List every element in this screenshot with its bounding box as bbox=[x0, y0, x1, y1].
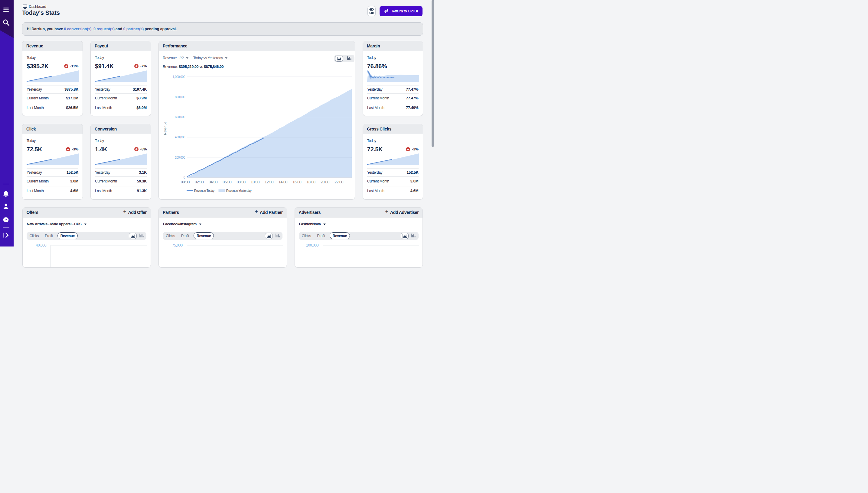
svg-text:20:00: 20:00 bbox=[321, 180, 330, 184]
svg-text:0: 0 bbox=[184, 176, 185, 179]
svg-text:Revenue Today: Revenue Today bbox=[194, 189, 215, 192]
svg-text:22:00: 22:00 bbox=[335, 180, 344, 184]
svg-text:1,000,000: 1,000,000 bbox=[173, 75, 185, 79]
svg-text:18:00: 18:00 bbox=[306, 180, 316, 184]
svg-text:06:00: 06:00 bbox=[223, 180, 232, 184]
svg-text:Revenue: Revenue bbox=[163, 122, 167, 135]
svg-text:08:00: 08:00 bbox=[237, 180, 246, 184]
svg-text:400,000: 400,000 bbox=[175, 136, 185, 139]
svg-text:16:00: 16:00 bbox=[292, 180, 302, 184]
svg-text:04:00: 04:00 bbox=[209, 180, 218, 184]
svg-text:?: ? bbox=[5, 218, 7, 222]
svg-text:10:00: 10:00 bbox=[251, 180, 260, 184]
svg-text:Revenue Yesterday: Revenue Yesterday bbox=[226, 189, 252, 192]
svg-text:02:00: 02:00 bbox=[195, 180, 204, 184]
svg-text:12:00: 12:00 bbox=[265, 180, 274, 184]
svg-text:00:00: 00:00 bbox=[181, 180, 190, 184]
svg-text:600,000: 600,000 bbox=[175, 115, 185, 119]
svg-text:200,000: 200,000 bbox=[175, 156, 185, 159]
svg-text:14:00: 14:00 bbox=[279, 180, 288, 184]
svg-text:800,000: 800,000 bbox=[175, 95, 185, 99]
